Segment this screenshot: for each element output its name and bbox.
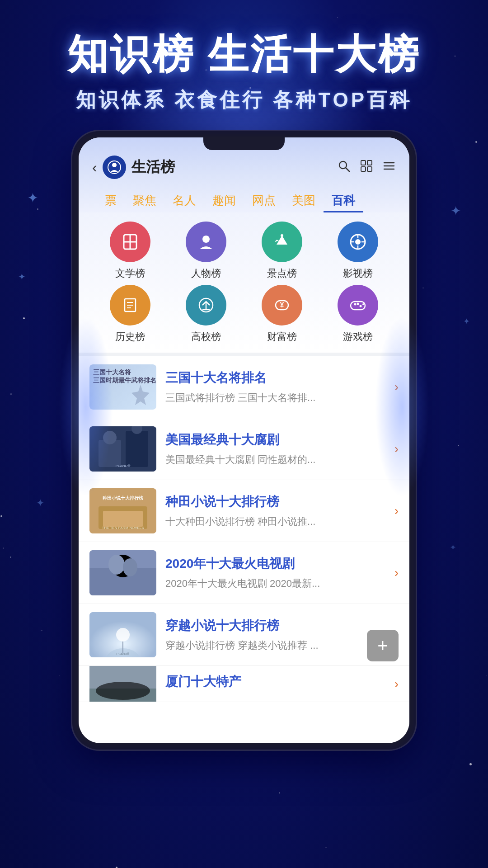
cat-yingshi-label: 影视榜: [343, 267, 373, 280]
svg-point-60: [96, 682, 150, 700]
list-item-5[interactable]: PLAND® 穿越小说十大排行榜 穿越小说排行榜 穿越类小说推荐 ... ›: [79, 604, 409, 666]
tab-piao[interactable]: 票: [97, 190, 125, 212]
list-content-2: 美国最经典十大腐剧 美国最经典十大腐剧 同性题材的...: [165, 431, 385, 467]
svg-point-50: [108, 555, 125, 575]
back-button[interactable]: ‹: [92, 159, 97, 176]
svg-point-34: [357, 303, 359, 305]
list-content-4: 2020年十大最火电视剧 2020年十大最火电视剧 2020最新...: [165, 555, 385, 590]
cat-wenxue-label: 文学榜: [115, 267, 145, 280]
cat-lishi-label: 历史榜: [115, 330, 145, 344]
list-arrow-3: ›: [394, 504, 399, 518]
svg-point-32: [354, 303, 357, 306]
cat-lishi-icon: [110, 285, 150, 326]
svg-text:PLAND®: PLAND®: [116, 464, 131, 468]
svg-rect-7: [367, 167, 372, 171]
svg-text:¥: ¥: [280, 301, 284, 309]
categories-grid: 文学榜 人物榜 景点榜: [79, 212, 409, 353]
list-thumb-5: PLAND®: [89, 612, 156, 657]
cat-jingdian-icon: [262, 222, 302, 262]
svg-rect-6: [361, 167, 366, 171]
list-content-6: 厦门十大特产: [165, 673, 385, 695]
svg-point-1: [112, 163, 117, 167]
list-item-6[interactable]: 厦门十大特产 ›: [79, 666, 409, 702]
cat-jingdian[interactable]: 景点榜: [244, 222, 320, 280]
hero: 知识榜 生活十大榜 知识体系 衣食住行 各种TOP百科: [0, 0, 488, 113]
cat-jingdian-label: 景点榜: [267, 267, 297, 280]
tab-baike[interactable]: 百科: [324, 190, 363, 212]
list-title-1: 三国十大名将排名: [165, 369, 385, 387]
deco-star-6: ✦: [450, 542, 456, 552]
hero-subtitle: 知识体系 衣食住行 各种TOP百科: [0, 87, 488, 113]
list-title-6: 厦门十大特产: [165, 673, 385, 690]
svg-point-17: [355, 239, 361, 245]
cat-renwu-icon: [186, 222, 226, 262]
cat-youxi-icon: [338, 285, 378, 326]
svg-point-15: [281, 234, 283, 237]
list-title-5: 穿越小说十大排行榜: [165, 617, 385, 634]
cat-youxi-label: 游戏榜: [343, 330, 373, 344]
header-bar: ‹ 生活榜: [92, 156, 396, 179]
tab-mingren[interactable]: 名人: [164, 190, 204, 212]
fab-button[interactable]: +: [367, 630, 399, 661]
phone-frame: ‹ 生活榜: [72, 131, 416, 750]
deco-star-2: ✦: [18, 271, 26, 282]
list-icon[interactable]: [382, 159, 396, 176]
phone-screen: ‹ 生活榜: [79, 137, 409, 743]
deco-star-1: ✦: [27, 190, 38, 206]
svg-point-55: [116, 628, 130, 642]
phone-wrapper: ‹ 生活榜: [72, 131, 416, 750]
cat-renwu-label: 人物榜: [191, 267, 221, 280]
list-content-1: 三国十大名将排名 三国武将排行榜 三国十大名将排...: [165, 369, 385, 405]
list-thumb-6: [89, 666, 156, 702]
svg-line-3: [346, 168, 349, 171]
cat-gaoxiao-icon: [186, 285, 226, 326]
search-icon[interactable]: [337, 159, 351, 176]
svg-point-33: [360, 305, 362, 307]
cat-gaoxiao[interactable]: 高校榜: [168, 285, 244, 344]
svg-rect-44: [103, 511, 143, 527]
cat-caifu-label: 财富榜: [267, 330, 297, 344]
cat-caifu-icon: ¥: [262, 285, 302, 326]
list-desc-5: 穿越小说排行榜 穿越类小说推荐 ...: [165, 639, 385, 652]
grid-icon[interactable]: [360, 159, 373, 176]
list-arrow-4: ›: [394, 566, 399, 580]
svg-point-35: [362, 303, 364, 305]
list-desc-1: 三国武将排行榜 三国十大名将排...: [165, 391, 385, 405]
list-title-4: 2020年十大最火电视剧: [165, 555, 385, 572]
deco-star-4: ✦: [463, 316, 470, 326]
list-item-3[interactable]: 种田小说十大排行榜 THE TEN FARM NOVELS 种田小说十大排行榜 …: [79, 480, 409, 542]
tab-jujiao[interactable]: 聚焦: [125, 190, 164, 212]
cat-renwu[interactable]: 人物榜: [168, 222, 244, 280]
cat-caifu[interactable]: ¥ 财富榜: [244, 285, 320, 344]
app-logo: [103, 156, 126, 179]
svg-rect-5: [367, 160, 372, 165]
phone-notch: [203, 137, 285, 150]
cat-yingshi[interactable]: 影视榜: [320, 222, 396, 280]
list-desc-2: 美国最经典十大腐剧 同性题材的...: [165, 453, 385, 467]
list-desc-3: 十大种田小说排行榜 种田小说推...: [165, 515, 385, 528]
svg-rect-4: [361, 160, 366, 165]
cat-wenxue[interactable]: 文学榜: [92, 222, 168, 280]
list-title-2: 美国最经典十大腐剧: [165, 431, 385, 448]
deco-star-3: ✦: [450, 203, 461, 218]
hero-title: 知识榜 生活十大榜: [0, 27, 488, 82]
list-item-1[interactable]: 三国十大名将三国时期最牛武将排名 三国十大名将排名 三国武将排行榜 三国十大名将…: [79, 356, 409, 418]
tab-meitu[interactable]: 美图: [284, 190, 324, 212]
header-title: 生活榜: [131, 157, 175, 177]
list-content-5: 穿越小说十大排行榜 穿越小说排行榜 穿越类小说推荐 ...: [165, 617, 385, 652]
side-glow-left: [59, 316, 113, 497]
list-content-3: 种田小说十大排行榜 十大种田小说排行榜 种田小说推...: [165, 493, 385, 528]
cat-yingshi-icon: [338, 222, 378, 262]
list-item-2[interactable]: PLAND® 美国最经典十大腐剧 美国最经典十大腐剧 同性题材的... ›: [79, 418, 409, 480]
header-left: ‹ 生活榜: [92, 156, 175, 179]
nav-tabs: 票 聚焦 名人 趣闻 网点 美图 百科: [92, 186, 396, 212]
list-thumb-4: [89, 550, 156, 595]
tab-quwen[interactable]: 趣闻: [204, 190, 244, 212]
list-item-4[interactable]: 2020年十大最火电视剧 2020年十大最火电视剧 2020最新... ›: [79, 542, 409, 604]
svg-text:PLAND®: PLAND®: [117, 652, 130, 656]
tab-wangdian[interactable]: 网点: [244, 190, 284, 212]
list-section: 三国十大名将三国时期最牛武将排名 三国十大名将排名 三国武将排行榜 三国十大名将…: [79, 353, 409, 702]
svg-point-51: [123, 558, 137, 576]
list-title-3: 种田小说十大排行榜: [165, 493, 385, 510]
list-arrow-6: ›: [394, 677, 399, 691]
